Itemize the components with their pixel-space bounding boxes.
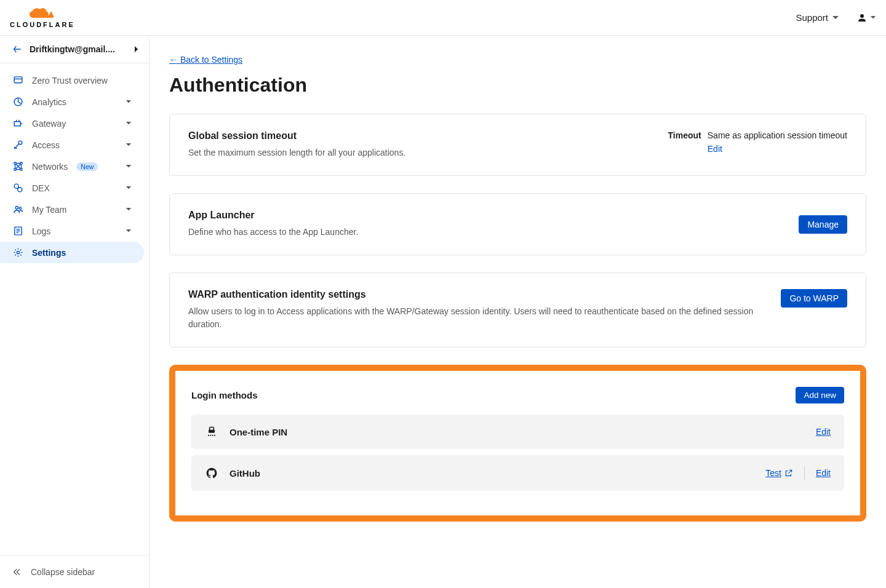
svg-rect-4	[14, 122, 20, 126]
global-session-timeout-card: Global session timeout Set the maximum s…	[169, 114, 866, 176]
chevron-down-icon	[126, 229, 132, 233]
edit-timeout-link[interactable]: Edit	[708, 144, 847, 154]
svg-point-9	[20, 169, 22, 171]
svg-point-13	[19, 207, 22, 210]
sidebar-item-settings[interactable]: Settings	[0, 242, 144, 263]
sidebar-item-dex[interactable]: DEX	[0, 177, 144, 199]
sidebar-item-gateway[interactable]: Gateway	[0, 113, 144, 134]
sidebar-item-my-team[interactable]: My Team	[0, 199, 144, 220]
user-menu[interactable]	[856, 12, 876, 23]
main-content: ← Back to Settings Authentication Global…	[150, 36, 886, 588]
chevron-down-icon	[126, 100, 132, 104]
account-name: Driftkingtw@gmail....	[30, 44, 115, 54]
sidebar-item-label: Networks	[32, 162, 68, 172]
sidebar-item-logs[interactable]: Logs	[0, 220, 144, 242]
svg-point-0	[860, 14, 864, 18]
cloud-icon	[28, 7, 57, 20]
collapse-icon	[12, 567, 22, 577]
brand-text: CLOUDFLARE	[10, 21, 75, 28]
login-method-row: GitHub Test Edit	[191, 455, 844, 491]
sidebar-item-label: Gateway	[32, 119, 66, 129]
sidebar-item-access[interactable]: Access	[0, 134, 144, 156]
svg-rect-1	[14, 77, 22, 83]
chevron-down-icon	[870, 15, 876, 20]
svg-point-22	[210, 435, 211, 436]
login-method-row: One-time PIN Edit	[191, 415, 844, 449]
support-dropdown[interactable]: Support	[796, 12, 839, 23]
cloudflare-logo[interactable]: CLOUDFLARE	[10, 7, 75, 28]
sidebar-item-label: My Team	[32, 205, 67, 215]
back-to-settings-link[interactable]: ← Back to Settings	[169, 55, 242, 65]
manage-button[interactable]: Manage	[799, 215, 847, 234]
card-desc: Allow users to log in to Access applicat…	[188, 305, 762, 331]
analytics-icon	[12, 97, 23, 107]
edit-method-link[interactable]: Edit	[816, 427, 831, 437]
card-desc: Define who has access to the App Launche…	[188, 226, 780, 239]
method-name: One-time PIN	[229, 427, 287, 437]
app-launcher-card: App Launcher Define who has access to th…	[169, 193, 866, 255]
timeout-label: Timeout	[668, 130, 701, 140]
chevron-down-icon	[126, 143, 132, 147]
pin-icon	[205, 426, 218, 438]
arrow-left-icon	[12, 44, 22, 54]
sidebar-item-label: Analytics	[32, 97, 66, 107]
chevron-right-icon	[134, 46, 139, 53]
sidebar-item-label: DEX	[32, 183, 50, 193]
collapse-label: Collapse sidebar	[31, 567, 95, 577]
access-icon	[12, 140, 23, 150]
edit-method-link[interactable]: Edit	[816, 468, 831, 478]
sidebar-item-label: Access	[32, 140, 60, 150]
user-icon	[856, 12, 868, 23]
svg-point-5	[18, 141, 22, 145]
gateway-icon	[12, 118, 23, 129]
sidebar-nav: Zero Trust overview Analytics Gateway	[0, 63, 149, 555]
timeout-value: Same as application session timeout	[708, 130, 847, 140]
svg-point-6	[14, 162, 16, 165]
add-new-button[interactable]: Add new	[796, 387, 844, 403]
chevron-down-icon	[126, 207, 132, 212]
svg-point-8	[14, 169, 16, 171]
svg-point-24	[214, 435, 215, 436]
card-title: Global session timeout	[188, 130, 650, 141]
sidebar-item-analytics[interactable]: Analytics	[0, 91, 144, 113]
sidebar-item-zero-trust-overview[interactable]: Zero Trust overview	[0, 70, 144, 91]
gear-icon	[12, 247, 23, 258]
login-methods-title: Login methods	[191, 390, 258, 400]
svg-point-11	[17, 188, 22, 192]
header: CLOUDFLARE Support	[0, 0, 886, 36]
external-link-icon	[784, 469, 793, 477]
networks-icon	[12, 161, 23, 172]
svg-point-7	[20, 162, 22, 165]
warp-settings-card: WARP authentication identity settings Al…	[169, 272, 866, 348]
method-name: GitHub	[229, 468, 260, 479]
go-to-warp-button[interactable]: Go to WARP	[781, 289, 847, 308]
sidebar-item-label: Settings	[32, 248, 66, 258]
new-badge: New	[76, 162, 98, 171]
github-icon	[205, 467, 218, 479]
chevron-down-icon	[126, 164, 132, 169]
sidebar: Driftkingtw@gmail.... Zero Trust overvie…	[0, 36, 150, 588]
sidebar-item-networks[interactable]: Networks New	[0, 156, 144, 177]
collapse-sidebar[interactable]: Collapse sidebar	[0, 555, 149, 588]
sidebar-item-label: Zero Trust overview	[32, 76, 108, 85]
card-title: App Launcher	[188, 210, 780, 221]
svg-rect-20	[209, 430, 215, 433]
svg-point-12	[15, 207, 18, 209]
browser-icon	[12, 75, 23, 85]
chevron-down-icon	[126, 186, 132, 190]
svg-point-18	[17, 251, 19, 253]
svg-point-10	[14, 184, 18, 188]
page-title: Authentication	[169, 74, 866, 97]
svg-point-21	[208, 435, 209, 436]
chevron-down-icon	[832, 15, 839, 20]
logs-icon	[12, 226, 23, 236]
test-method-link[interactable]: Test	[765, 468, 793, 478]
team-icon	[12, 204, 23, 215]
login-methods-card: Login methods Add new One-time PIN Edit	[169, 365, 866, 522]
svg-point-23	[212, 435, 214, 436]
account-selector[interactable]: Driftkingtw@gmail....	[0, 36, 149, 63]
chevron-down-icon	[126, 121, 132, 125]
card-desc: Set the maximum session length for all y…	[188, 146, 650, 159]
card-title: WARP authentication identity settings	[188, 289, 762, 300]
sidebar-item-label: Logs	[32, 226, 50, 236]
